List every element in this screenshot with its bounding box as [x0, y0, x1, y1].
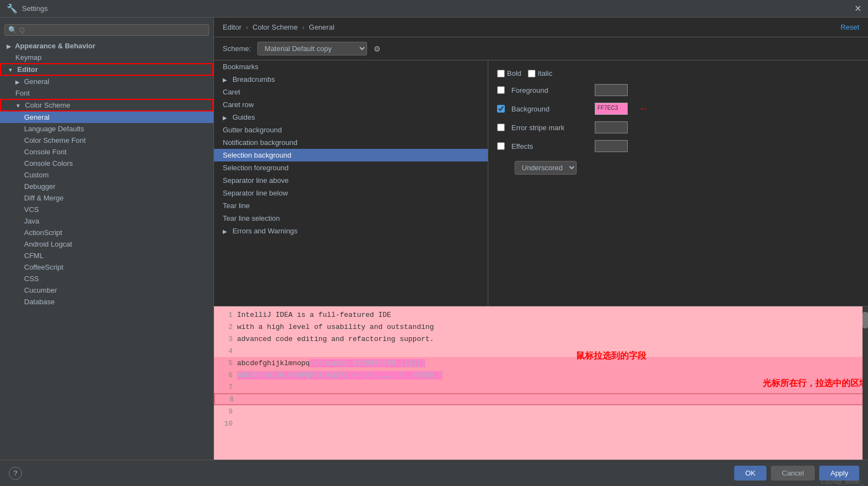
list-item-tearlinesel[interactable]: Tear line selection — [214, 212, 488, 225]
middle-section: Bookmarks ▶ Breadcrumbs Caret Caret row … — [214, 60, 868, 306]
sidebar-item-label: Android Logcat — [24, 240, 72, 248]
sidebar-item-label: Language Defaults — [24, 125, 84, 133]
list-item-guides[interactable]: ▶ Guides — [214, 111, 488, 124]
sidebar-item-cs-cucumber[interactable]: Cucumber — [0, 284, 213, 296]
line-number-2: 2 — [216, 323, 233, 331]
background-checkbox[interactable] — [497, 105, 505, 113]
expand-arrow-appearance: ▶ — [7, 43, 11, 49]
list-item-separatorbelow[interactable]: Separator line below — [214, 187, 488, 199]
background-row: Background FF7EC3 ← — [497, 103, 859, 115]
list-item-label: Selection background — [223, 151, 291, 159]
sidebar-item-label: Java — [24, 217, 39, 225]
sidebar-item-label: General — [24, 113, 49, 121]
preview-line-6: 6 ABCDEFGHIJKLMNOPQRSTUVWXYZ +-*/=..,;:!… — [214, 369, 868, 381]
sidebar-item-cs-diffmerge[interactable]: Diff & Merge — [0, 192, 213, 204]
preview-scrollbar-thumb[interactable] — [863, 312, 868, 328]
error-stripe-row: Error stripe mark — [497, 121, 859, 133]
effects-checkbox[interactable] — [497, 142, 505, 150]
list-item-notificationbg[interactable]: Notification background — [214, 136, 488, 149]
search-input[interactable] — [19, 26, 205, 34]
help-button[interactable]: ? — [9, 467, 22, 480]
cancel-button[interactable]: Cancel — [771, 466, 815, 481]
sidebar-item-appearance[interactable]: ▶ Appearance & Behavior — [0, 40, 213, 52]
bold-label: Bold — [507, 69, 521, 77]
error-stripe-checkbox[interactable] — [497, 124, 505, 131]
list-item-bookmarks[interactable]: Bookmarks — [214, 60, 488, 73]
sidebar-item-colorscheme[interactable]: ▼ Color Scheme — [0, 99, 213, 111]
bold-checkbox[interactable] — [497, 70, 505, 77]
list-item-gutterbg[interactable]: Gutter background — [214, 124, 488, 136]
sidebar-item-label: General — [24, 77, 49, 86]
line-number-10: 10 — [216, 420, 233, 428]
expand-arrow-colorscheme: ▼ — [15, 103, 21, 109]
effects-color-swatch[interactable] — [595, 140, 628, 152]
scheme-dropdown[interactable]: Material Default copy — [257, 42, 367, 55]
list-item-label: Breadcrumbs — [233, 75, 275, 83]
sidebar-search[interactable]: 🔍 — [4, 24, 209, 36]
line-number-9: 9 — [216, 407, 233, 416]
sidebar-item-cs-cfml[interactable]: CFML — [0, 250, 213, 261]
sidebar-item-cs-database[interactable]: Database — [0, 296, 213, 308]
list-item-label: Tear line selection — [223, 214, 280, 222]
sidebar-item-cs-androidlogcat[interactable]: Android Logcat — [0, 238, 213, 250]
preview-area: 1 IntelliJ IDEA is a full-featured IDE 2… — [214, 306, 868, 460]
sidebar-item-cs-actionscript[interactable]: ActionScript — [0, 227, 213, 238]
preview-scrollbar[interactable] — [863, 306, 868, 460]
sidebar-item-cs-vcs[interactable]: VCS — [0, 204, 213, 215]
list-item-label: Selection foreground — [223, 164, 289, 172]
italic-checkbox[interactable] — [528, 70, 536, 77]
preview-line-1: 1 IntelliJ IDEA is a full-featured IDE — [214, 309, 868, 321]
sidebar-item-label: Font — [15, 89, 30, 97]
list-item-caretrow[interactable]: Caret row — [214, 98, 488, 111]
background-color-swatch[interactable]: FF7EC3 — [595, 103, 628, 115]
list-item-separatorabove[interactable]: Separator line above — [214, 174, 488, 187]
error-stripe-color-swatch[interactable] — [595, 121, 628, 133]
sidebar-item-cs-consolefont[interactable]: Console Font — [0, 146, 213, 158]
list-item-selectionbg[interactable]: Selection background — [214, 149, 488, 161]
line-number-8: 8 — [217, 395, 234, 404]
preview-line-7: 7 — [214, 381, 868, 393]
sidebar-item-label: Color Scheme Font — [24, 136, 86, 144]
list-item-breadcrumbs[interactable]: ▶ Breadcrumbs — [214, 73, 488, 86]
title-bar: 🔧 Settings ✕ — [0, 0, 868, 18]
line-number-1: 1 — [216, 311, 233, 319]
foreground-color-swatch[interactable] — [595, 84, 628, 96]
bold-italic-row: Bold Italic — [497, 69, 859, 77]
sidebar-item-cs-custom[interactable]: Custom — [0, 169, 213, 181]
list-item-tearline[interactable]: Tear line — [214, 199, 488, 212]
apply-button[interactable]: Apply — [819, 466, 859, 481]
line-number-5: 5 — [216, 359, 233, 367]
sidebar-item-keymap[interactable]: Keymap — [0, 52, 213, 63]
reset-button[interactable]: Reset — [841, 23, 859, 31]
line-number-6: 6 — [216, 371, 233, 379]
ok-button[interactable]: OK — [734, 466, 766, 481]
effects-dropdown[interactable]: Underscored Underwaved Bordered Box — [515, 161, 577, 175]
sidebar-item-cs-coffeescript[interactable]: CoffeeScript — [0, 261, 213, 273]
sidebar-item-general[interactable]: ▶ General — [0, 76, 213, 87]
line-text-2: with a high level of usability and outst… — [237, 323, 434, 331]
foreground-checkbox[interactable] — [497, 86, 505, 94]
line-text-3: advanced code editing and refactoring su… — [237, 335, 434, 343]
sidebar-item-label: Color Scheme — [25, 101, 70, 109]
list-item-selectionfg[interactable]: Selection foreground — [214, 161, 488, 174]
sidebar-item-cs-general[interactable]: General — [0, 111, 213, 123]
list-item-caret[interactable]: Caret — [214, 86, 488, 98]
selected-text-5: rstuvwxyz 0123456789 (){}[] — [310, 359, 426, 367]
sidebar-item-editor[interactable]: ▼ Editor — [0, 63, 213, 76]
list-item-errorswarnings[interactable]: ▶ Errors and Warnings — [214, 225, 488, 237]
sidebar-item-cs-debugger[interactable]: Debugger — [0, 181, 213, 192]
sidebar-item-font[interactable]: Font — [0, 87, 213, 99]
close-button[interactable]: ✕ — [854, 4, 861, 13]
sidebar-item-cs-langdefaults[interactable]: Language Defaults — [0, 123, 213, 135]
sidebar-item-cs-css[interactable]: CSS — [0, 273, 213, 284]
dialog-buttons: OK Cancel Apply — [734, 466, 859, 481]
sidebar-item-cs-font[interactable]: Color Scheme Font — [0, 135, 213, 146]
sidebar-item-cs-java[interactable]: Java — [0, 215, 213, 227]
gear-button[interactable]: ⚙ — [374, 44, 381, 53]
list-item-label: Separator line below — [223, 189, 288, 197]
line-number-3: 3 — [216, 335, 233, 343]
sidebar-item-cs-consolecolors[interactable]: Console Colors — [0, 158, 213, 169]
sidebar-item-label: Appearance & Behavior — [15, 42, 95, 50]
list-item-label: Errors and Warnings — [233, 227, 298, 235]
preview-content: 1 IntelliJ IDEA is a full-featured IDE 2… — [214, 306, 868, 460]
